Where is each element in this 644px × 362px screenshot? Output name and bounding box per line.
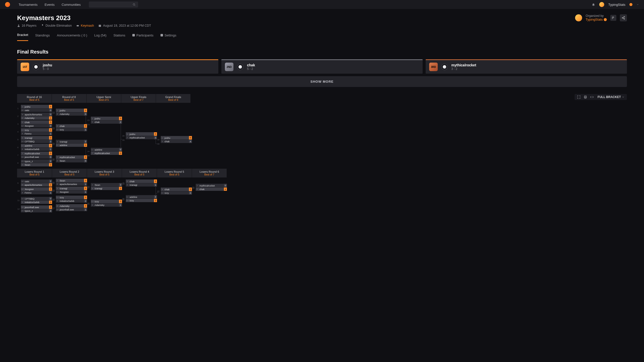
tab-bracket[interactable]: Bracket (17, 33, 28, 41)
gamepad-icon (76, 24, 79, 27)
notifications-icon[interactable] (592, 3, 595, 6)
tabs: Bracket Standings Announcements ( 0 ) Lo… (0, 27, 644, 41)
share-button[interactable] (620, 14, 627, 21)
share-icon (622, 16, 625, 20)
winners-bracket: Round of 16Best of 5Round of 8Best of 5U… (17, 94, 627, 165)
match[interactable]: 3 5chak3 12Xeogran0 (21, 120, 52, 127)
meta-game[interactable]: Keymash (76, 24, 94, 27)
user-name-label: TypingStats (608, 3, 625, 7)
fullscreen-icon[interactable] (577, 95, 581, 99)
tab-settings[interactable]: Settings (160, 33, 176, 41)
match[interactable]: 19 3Izanagi3 12Xeogran1 (56, 187, 87, 194)
match-number: 5 (17, 139, 18, 141)
svg-rect-3 (77, 25, 79, 26)
round-header: Losers Round 4Best of 5 (122, 169, 157, 177)
tab-announcements[interactable]: Announcements ( 0 ) (57, 33, 87, 41)
match[interactable]: 23 1joshu3 5chak2 (91, 117, 122, 124)
medal-3rd-icon: 3RD (429, 63, 438, 71)
match[interactable]: 29 7mythicalrocket0 5chak4 (196, 184, 227, 191)
round-header: Losers Round 6Best of 7 (192, 169, 227, 177)
organizer-flag-icon (604, 18, 607, 21)
podium-first[interactable]: 1ST joshu5 - 0 (17, 59, 218, 74)
match[interactable]: 4 13Izzy3 4Fenno1 (21, 128, 52, 135)
print-icon[interactable] (584, 95, 587, 99)
match[interactable]: 7 7mythicalrocket3 10jasonhall.swe0 (21, 152, 52, 159)
round-header: Losers Round 3Best of 5 (87, 169, 122, 177)
match[interactable]: 27 5chak3 13Izzy0 (161, 188, 192, 195)
connector-label: 28 (122, 139, 125, 141)
match[interactable]: 5 3Izanagi3 14CPTBBQ2 (21, 136, 52, 143)
podium-second[interactable]: 2ND chak5 - 2 (221, 59, 423, 74)
connector-label: 18 (52, 199, 55, 201)
medal-2nd-icon: 2ND (225, 63, 233, 71)
medal-1st-icon: 1ST (21, 63, 29, 71)
match[interactable]: 26 11adeline2 13Izzy3 (126, 195, 157, 202)
flag-button[interactable] (610, 15, 616, 21)
podium-third[interactable]: 3RD mythicalrocket3 - 2 (426, 59, 627, 74)
match[interactable]: 25 5chak3 3Izanagi1 (126, 179, 157, 187)
match-number: 9 (17, 182, 18, 184)
organizer-avatar[interactable] (575, 14, 582, 21)
connector-label: 15 (52, 143, 55, 146)
organizer-link[interactable]: TypingStats (586, 18, 607, 21)
connector-label: 30 (157, 143, 159, 145)
match[interactable]: 17 8Adamsky3 10jasonhall.swe1 (56, 204, 87, 211)
tab-standings[interactable]: Standings (35, 33, 50, 41)
connector-label: 13 (52, 112, 55, 114)
bracket-tools: FULL BRACKET (575, 94, 627, 100)
match[interactable]: 13 1joshu3 8Adamsky0 (56, 109, 87, 116)
match-number: 1 (17, 107, 18, 110)
match[interactable]: 30 1joshu5 5chak4 (161, 136, 192, 143)
connector-label: 22 (87, 187, 90, 189)
connector-label: 14 (52, 128, 55, 130)
user-flag-icon (629, 3, 632, 6)
nav-communities[interactable]: Communities (62, 3, 81, 7)
match[interactable]: 14 5chak3 13Izzy1 (56, 124, 87, 131)
match-number: 30 (157, 139, 159, 141)
match[interactable]: 24 11adeline0 7mythicalrocket3 (91, 148, 122, 155)
match[interactable]: 11 14CPTBBQ0 6InitializeSahib3 (21, 197, 52, 204)
avatar (33, 64, 39, 70)
tab-participants[interactable]: Participants (132, 33, 153, 41)
match[interactable]: 2 9apackofsmarties0 8Adamsky3 (21, 113, 52, 120)
logo-icon[interactable] (5, 2, 10, 7)
tab-stations[interactable]: Stations (113, 33, 125, 41)
trophy-icon (41, 24, 44, 27)
round-header: Round of 16Best of 5 (17, 94, 52, 103)
user-icon (17, 24, 20, 27)
match[interactable]: 6 11adeline3 6InitializeSahib1 (21, 144, 52, 151)
user-avatar[interactable] (599, 2, 604, 7)
connector-label: 19 (52, 190, 55, 192)
match[interactable]: 22 2Sean2 3Izanagi3 (91, 183, 122, 190)
match[interactable]: 9 16oats2 9apackofsmarties3 (21, 179, 52, 187)
connector-label: 27 (157, 191, 159, 193)
match[interactable]: 15 3Izanagi2 11adeline3 (56, 140, 87, 147)
match-number: 11 (17, 199, 20, 202)
meta-format: Double Elimination (41, 24, 72, 27)
match[interactable]: 10 12Xeogran3 4Fenno1 (21, 187, 52, 194)
match[interactable]: 8 15typos_z2 2Sean3 (21, 159, 52, 166)
match[interactable]: 12 10jasonhall.swe3 15typos_z2 (21, 205, 52, 212)
svg-line-9 (623, 17, 624, 17)
nav-tournaments[interactable]: Tournaments (19, 3, 37, 7)
match[interactable]: 28 1joshu4 7mythicalrocket3 (126, 132, 157, 139)
podium-row: 1ST joshu5 - 0 2ND chak5 - 2 3RD mythica… (17, 59, 627, 74)
tab-log[interactable]: Log (54) (94, 33, 106, 41)
match-number: 2 (17, 115, 18, 117)
show-more-button[interactable]: SHOW MORE (17, 76, 627, 87)
svg-rect-4 (99, 25, 101, 27)
connector-label: 23 (87, 123, 90, 126)
nav-events[interactable]: Events (45, 3, 55, 7)
chevron-down-icon[interactable] (636, 3, 639, 6)
embed-icon[interactable] (590, 95, 594, 99)
organized-by-label: Organized by (586, 14, 607, 18)
match[interactable]: 1 1joshu3 16oats0 (21, 105, 52, 112)
full-bracket-button[interactable]: FULL BRACKET (598, 95, 624, 99)
round-header: Grand FinalsBest of 9 (156, 94, 191, 103)
match[interactable]: 18 13Izzy3 6InitializeSahib2 (56, 196, 87, 203)
search-input[interactable] (89, 2, 138, 8)
connector-label: 16 (52, 159, 55, 161)
match[interactable]: 21 13Izzy3 8Adamsky1 (91, 200, 122, 207)
match[interactable]: 20 2Sean3 9apackofsmarties1 (56, 179, 87, 186)
match[interactable]: 16 7mythicalrocket3 2Sean0 (56, 155, 87, 162)
